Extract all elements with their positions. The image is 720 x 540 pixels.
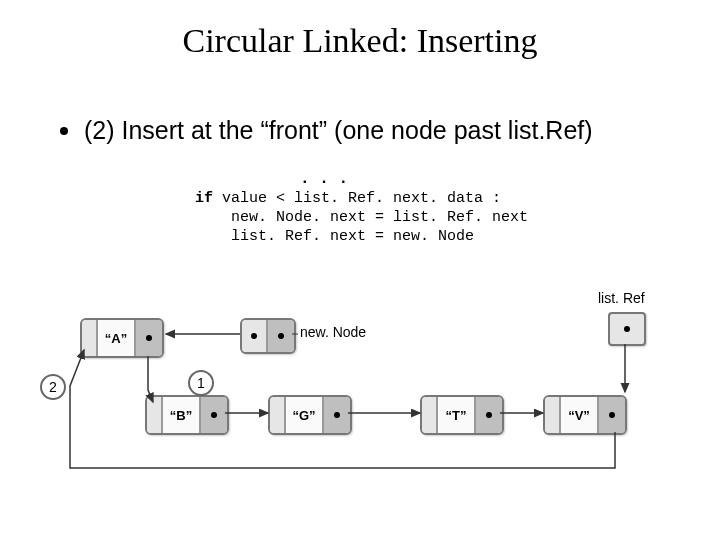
node-v-ptr [599, 397, 625, 433]
keyword-if: if [195, 190, 213, 207]
listref-box [608, 312, 646, 346]
node-b-data: “B” [163, 397, 201, 433]
node-v-data: “V” [561, 397, 599, 433]
new-node [240, 318, 296, 354]
new-node-ptr [268, 320, 294, 352]
listref-label: list. Ref [598, 290, 645, 306]
node-g: “G” [268, 395, 352, 435]
node-a-data: “A” [98, 320, 136, 356]
node-b-ptr [201, 397, 227, 433]
bullet-dot-icon [60, 127, 68, 135]
new-node-label: new. Node [300, 324, 366, 340]
bullet-row: (2) Insert at the “front” (one node past… [60, 115, 660, 146]
node-t-data: “T” [438, 397, 476, 433]
node-t-ptr [476, 397, 502, 433]
code-line1: value < list. Ref. next. data : [213, 190, 501, 207]
code-line2: new. Node. next = list. Ref. next [195, 209, 528, 226]
node-g-data: “G” [286, 397, 324, 433]
step-1-circle: 1 [188, 370, 214, 396]
node-t: “T” [420, 395, 504, 435]
node-b: “B” [145, 395, 229, 435]
code-line3: list. Ref. next = new. Node [195, 228, 474, 245]
node-a: “A” [80, 318, 164, 358]
node-v: “V” [543, 395, 627, 435]
step-2-circle: 2 [40, 374, 66, 400]
code-ellipsis: . . . [300, 170, 348, 188]
bullet-text: (2) Insert at the “front” (one node past… [84, 115, 644, 146]
code-block: if value < list. Ref. next. data : new. … [195, 190, 528, 246]
linked-list-diagram: “A” new. Node list. Ref “B” “G” “T” “V” … [40, 290, 680, 500]
node-g-ptr [324, 397, 350, 433]
page-title: Circular Linked: Inserting [0, 0, 720, 60]
node-a-ptr [136, 320, 162, 356]
